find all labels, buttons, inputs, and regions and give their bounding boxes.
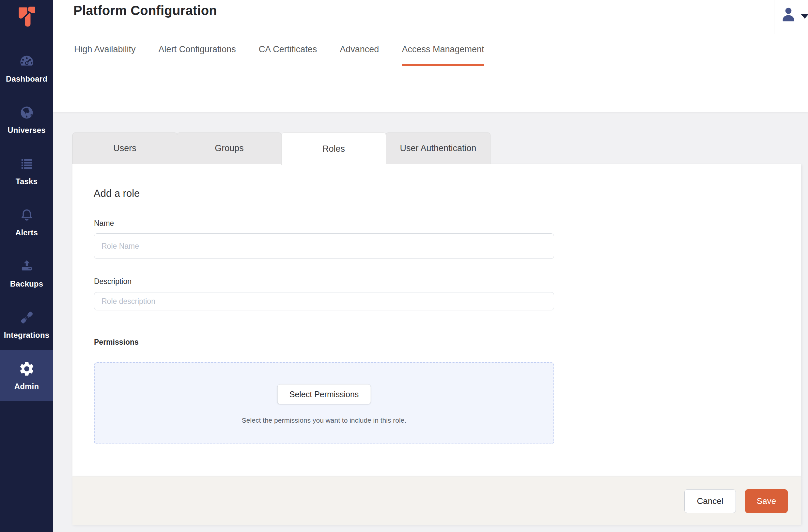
- yugabyte-logo[interactable]: [16, 6, 38, 27]
- description-label: Description: [94, 277, 131, 286]
- permissions-label: Permissions: [94, 338, 139, 347]
- tab-high-availability[interactable]: High Availability: [74, 44, 136, 66]
- sidebar-item-alerts[interactable]: Alerts: [0, 196, 53, 247]
- access-management-subtabs: Users Groups Roles User Authentication: [72, 132, 491, 165]
- sidebar-item-tasks[interactable]: Tasks: [0, 145, 53, 196]
- sidebar-item-label: Tasks: [16, 177, 38, 186]
- sidebar-item-label: Admin: [14, 382, 39, 391]
- permissions-dropzone: Select Permissions Select the permission…: [94, 362, 554, 444]
- globe-icon: [18, 104, 35, 121]
- main-area: Platform Configuration High Availability…: [53, 0, 808, 532]
- subtab-users[interactable]: Users: [72, 132, 177, 164]
- tab-advanced[interactable]: Advanced: [340, 44, 379, 66]
- add-role-panel: Add a role Name Description Permissions …: [72, 164, 801, 477]
- sidebar-item-dashboard[interactable]: Dashboard: [0, 42, 53, 94]
- sidebar: Dashboard Universes Tasks Alerts Backups: [0, 0, 53, 532]
- sidebar-item-label: Dashboard: [6, 74, 47, 84]
- sidebar-item-label: Alerts: [15, 228, 38, 237]
- sidebar-item-backups[interactable]: Backups: [0, 247, 53, 299]
- role-description-input[interactable]: [94, 292, 554, 310]
- select-permissions-button[interactable]: Select Permissions: [277, 384, 371, 404]
- backup-upload-icon: [18, 258, 35, 275]
- subtab-user-authentication[interactable]: User Authentication: [386, 132, 491, 164]
- task-list-icon: [18, 155, 35, 172]
- sidebar-item-admin[interactable]: Admin: [0, 350, 53, 401]
- tab-ca-certificates[interactable]: CA Certificates: [259, 44, 317, 66]
- sidebar-nav: Dashboard Universes Tasks Alerts Backups: [0, 42, 53, 401]
- save-button[interactable]: Save: [745, 489, 788, 513]
- tab-access-management[interactable]: Access Management: [402, 44, 484, 66]
- sidebar-item-label: Universes: [7, 126, 46, 135]
- caret-down-icon[interactable]: [801, 14, 808, 19]
- name-label: Name: [94, 219, 114, 228]
- gauge-icon: [18, 53, 35, 70]
- permissions-hint: Select the permissions you want to inclu…: [95, 417, 553, 424]
- bell-icon: [18, 207, 35, 224]
- cancel-button[interactable]: Cancel: [684, 489, 736, 513]
- header-divider: [774, 0, 774, 34]
- form-footer: Cancel Save: [72, 477, 801, 525]
- add-role-heading: Add a role: [94, 188, 140, 199]
- integrations-plug-icon: [18, 309, 35, 326]
- sidebar-item-integrations[interactable]: Integrations: [0, 299, 53, 350]
- role-name-input[interactable]: [94, 233, 554, 259]
- gear-icon: [18, 360, 35, 377]
- user-icon[interactable]: [779, 5, 798, 24]
- header-tabs: High Availability Alert Configurations C…: [74, 44, 507, 66]
- subtab-groups[interactable]: Groups: [177, 132, 282, 164]
- page-header: Platform Configuration High Availability…: [53, 0, 808, 112]
- tab-alert-configurations[interactable]: Alert Configurations: [159, 44, 236, 66]
- page-title: Platform Configuration: [73, 3, 217, 18]
- sidebar-item-universes[interactable]: Universes: [0, 94, 53, 145]
- sidebar-item-label: Integrations: [4, 331, 50, 340]
- sidebar-item-label: Backups: [10, 279, 43, 289]
- subtab-roles[interactable]: Roles: [281, 132, 386, 165]
